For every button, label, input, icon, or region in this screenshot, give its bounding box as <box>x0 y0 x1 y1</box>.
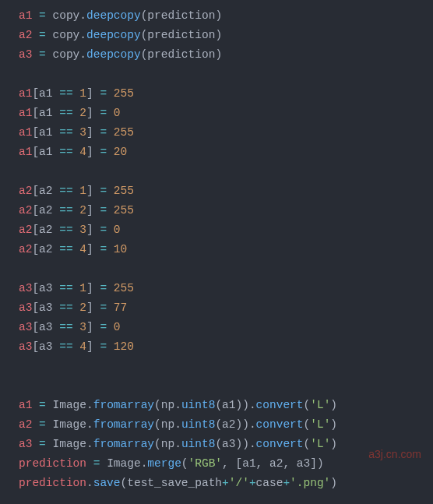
token-punct: [ <box>32 87 39 100</box>
token-num: 1 <box>79 185 86 197</box>
token-num: 2 <box>79 107 86 119</box>
code-line[interactable]: a2[a2 == 4] = 10 <box>19 240 433 259</box>
token-func: deepcopy <box>86 48 141 61</box>
token-plain: a2 <box>222 418 235 431</box>
token-punct: [ <box>32 321 39 333</box>
code-line[interactable]: a1 = copy.deepcopy(prediction) <box>19 6 433 26</box>
token-num: 4 <box>79 340 86 353</box>
token-num: 255 <box>114 126 134 139</box>
token-plain: np <box>161 438 174 450</box>
code-line[interactable] <box>19 259 433 279</box>
token-punct: , [ <box>222 457 242 470</box>
token-punct: ( <box>154 438 161 450</box>
code-line[interactable]: a3[a3 == 3] = 0 <box>19 318 433 337</box>
code-line[interactable]: a3[a3 == 1] = 255 <box>19 279 433 298</box>
code-line[interactable] <box>19 162 433 182</box>
token-punct: [ <box>32 340 39 353</box>
token-var: a3 <box>19 48 39 61</box>
token-punct: ] <box>86 87 100 100</box>
token-num: 2 <box>79 301 86 314</box>
code-line[interactable]: a3[a3 == 2] = 77 <box>19 298 433 318</box>
code-line[interactable] <box>19 376 433 396</box>
token-num: 0 <box>114 321 121 333</box>
token-punct: . <box>86 399 93 411</box>
code-line[interactable] <box>19 65 433 84</box>
code-line[interactable]: prediction.save(test_save_path+'/'+case+… <box>19 474 433 493</box>
token-plain: a1 <box>39 107 59 119</box>
token-punct: ) <box>215 9 222 22</box>
token-punct: ) <box>330 438 337 450</box>
token-punct: [ <box>32 282 39 294</box>
token-plain <box>19 263 26 275</box>
code-line[interactable]: prediction = Image.merge('RGB', [a1, a2,… <box>19 454 433 474</box>
token-op: == <box>59 126 79 139</box>
code-line[interactable]: a2[a2 == 2] = 255 <box>19 201 433 220</box>
code-line[interactable]: a3[a3 == 4] = 120 <box>19 337 433 357</box>
token-var: a3 <box>19 282 32 294</box>
token-str: 'RGB' <box>188 457 223 470</box>
token-plain: a3 <box>297 457 310 470</box>
code-line[interactable]: a3 = Image.fromarray(np.uint8(a3)).conve… <box>19 435 433 454</box>
token-punct: . <box>86 418 93 431</box>
token-str: 'L' <box>310 399 330 411</box>
token-var: a2 <box>19 243 32 256</box>
token-op: == <box>59 107 79 119</box>
code-line[interactable]: a2[a2 == 1] = 255 <box>19 182 433 201</box>
token-num: 255 <box>114 185 134 197</box>
token-num: 255 <box>114 282 134 294</box>
token-punct: [ <box>32 126 39 139</box>
token-punct: ( <box>304 399 311 411</box>
code-line[interactable]: a2 = copy.deepcopy(prediction) <box>19 26 433 45</box>
token-punct: . <box>79 9 86 22</box>
code-line[interactable]: a1[a1 == 4] = 20 <box>19 143 433 162</box>
code-line[interactable]: a1 = Image.fromarray(np.uint8(a1)).conve… <box>19 396 433 415</box>
token-var: a1 <box>19 9 39 22</box>
token-punct: ] <box>86 243 100 256</box>
token-punct: )) <box>236 418 249 431</box>
token-op: == <box>59 282 79 294</box>
token-plain: test_save_path <box>127 477 222 489</box>
code-line[interactable]: a2 = Image.fromarray(np.uint8(a2)).conve… <box>19 415 433 435</box>
token-num: 1 <box>79 282 86 294</box>
token-punct: . <box>174 438 181 450</box>
code-line[interactable]: a1[a1 == 1] = 255 <box>19 84 433 104</box>
token-op: == <box>59 340 79 353</box>
token-plain: a1 <box>222 399 235 411</box>
code-line[interactable]: a1[a1 == 3] = 255 <box>19 123 433 143</box>
token-punct: ( <box>304 418 311 431</box>
token-plain: a3 <box>222 438 235 450</box>
token-plain: case <box>256 477 283 489</box>
code-line[interactable]: a1[a1 == 2] = 0 <box>19 104 433 123</box>
token-plain: Image <box>107 457 141 470</box>
token-plain: copy <box>53 48 80 61</box>
token-op: == <box>59 321 79 333</box>
token-punct: ( <box>215 438 222 450</box>
token-punct: ( <box>154 399 161 411</box>
token-num: 3 <box>79 321 86 333</box>
token-func: uint8 <box>181 399 216 411</box>
token-plain: a2 <box>39 224 59 236</box>
token-str: 'L' <box>310 418 330 431</box>
token-op: = <box>100 87 113 100</box>
code-line[interactable]: a2[a2 == 3] = 0 <box>19 220 433 240</box>
token-op: = <box>100 224 113 236</box>
token-op: = <box>39 399 52 411</box>
token-num: 1 <box>79 87 86 100</box>
token-str: 'L' <box>310 438 330 450</box>
token-op: = <box>100 204 113 217</box>
token-punct: ] <box>86 107 100 119</box>
code-line[interactable]: a3 = copy.deepcopy(prediction) <box>19 45 433 65</box>
token-var: a3 <box>19 340 32 353</box>
token-punct: . <box>174 418 181 431</box>
token-op: = <box>100 107 113 119</box>
token-plain: a2 <box>39 204 59 217</box>
code-editor[interactable]: a1 = copy.deepcopy(prediction)a2 = copy.… <box>0 0 433 499</box>
token-punct: . <box>249 399 256 411</box>
token-plain: Image <box>53 399 87 411</box>
token-plain: prediction <box>147 29 215 41</box>
token-plain <box>19 165 26 178</box>
token-punct: )) <box>236 399 249 411</box>
token-num: 4 <box>79 243 86 256</box>
code-line[interactable] <box>19 357 433 376</box>
token-plain: copy <box>53 29 80 41</box>
